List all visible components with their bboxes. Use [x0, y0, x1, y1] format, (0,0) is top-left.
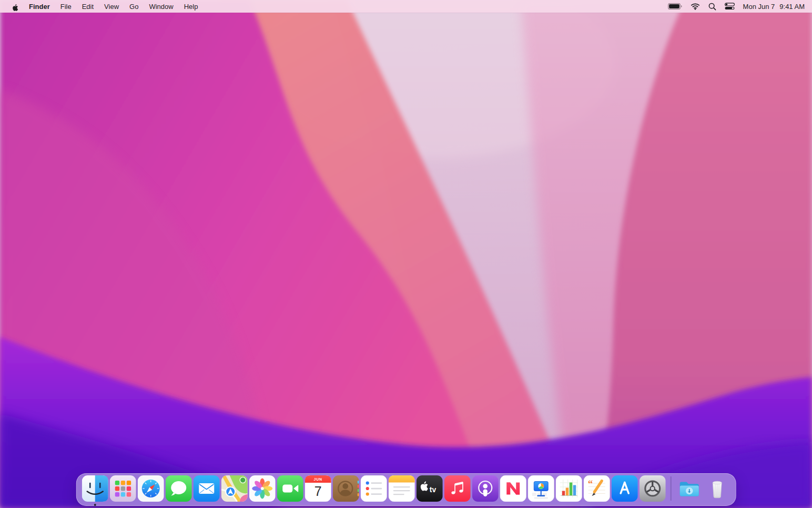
- menu-bar: Finder File Edit View Go Window Help: [0, 0, 812, 13]
- apple-menu[interactable]: [7, 2, 24, 11]
- trash-icon: [704, 475, 730, 502]
- dock-item-system-preferences[interactable]: [640, 475, 666, 502]
- reminders-icon: [361, 475, 387, 502]
- podcasts-icon: [472, 475, 499, 502]
- search-icon: [708, 3, 716, 11]
- dock-item-reminders[interactable]: [361, 475, 387, 502]
- facetime-icon: [277, 475, 303, 502]
- tv-label: tv: [430, 485, 437, 494]
- menu-edit[interactable]: Edit: [77, 3, 99, 11]
- menu-go[interactable]: Go: [124, 3, 144, 11]
- downloads-folder-icon: [676, 475, 702, 502]
- menu-bar-status: Mon Jun 7 9:41 AM: [668, 3, 805, 11]
- mail-icon: [194, 475, 220, 502]
- control-center-icon: [725, 3, 735, 10]
- svg-text:“: “: [588, 478, 593, 489]
- dock-item-tv[interactable]: tv: [417, 475, 443, 502]
- dock-item-news[interactable]: [500, 475, 526, 502]
- dock-item-music[interactable]: [444, 475, 471, 502]
- dock-item-facetime[interactable]: [277, 475, 303, 502]
- apple-logo-icon: [11, 2, 18, 11]
- system-preferences-icon: [640, 475, 666, 502]
- dock-item-safari[interactable]: [138, 475, 164, 502]
- dock: JUN 7: [76, 473, 736, 506]
- date-label: Mon Jun 7: [743, 3, 775, 11]
- dock-item-downloads[interactable]: [676, 475, 702, 502]
- safari-icon: [138, 475, 164, 502]
- time-label: 9:41 AM: [779, 3, 805, 11]
- menu-view[interactable]: View: [99, 3, 124, 11]
- menu-help[interactable]: Help: [179, 3, 204, 11]
- running-indicator: [94, 504, 96, 506]
- numbers-icon: [556, 475, 582, 502]
- pages-icon: “: [584, 475, 610, 502]
- messages-icon: [166, 475, 192, 502]
- wifi-status[interactable]: [691, 3, 700, 10]
- dock-item-podcasts[interactable]: [472, 475, 499, 502]
- dock-item-maps[interactable]: [221, 475, 248, 502]
- battery-status[interactable]: [668, 3, 682, 9]
- dock-item-pages[interactable]: “: [584, 475, 610, 502]
- maps-icon: [221, 475, 248, 502]
- dock-item-photos[interactable]: [249, 475, 276, 502]
- dock-item-notes[interactable]: [389, 475, 415, 502]
- notes-icon: [389, 475, 415, 502]
- dock-item-finder[interactable]: [82, 475, 108, 502]
- wifi-icon: [691, 3, 700, 10]
- dock-item-messages[interactable]: [166, 475, 192, 502]
- spotlight-search[interactable]: [708, 3, 716, 11]
- music-icon: [444, 475, 471, 502]
- control-center[interactable]: [725, 3, 735, 10]
- dock-item-trash[interactable]: [704, 475, 730, 502]
- dock-item-numbers[interactable]: [556, 475, 582, 502]
- wallpaper-monterey: [0, 0, 812, 508]
- keynote-icon: [528, 475, 554, 502]
- menu-file[interactable]: File: [55, 3, 77, 11]
- launchpad-icon: [110, 475, 136, 502]
- news-icon: [500, 475, 526, 502]
- menu-finder[interactable]: Finder: [24, 3, 55, 11]
- calendar-icon: JUN 7: [305, 475, 331, 502]
- dock-item-contacts[interactable]: [333, 475, 359, 502]
- dock-separator: [671, 476, 672, 501]
- menu-window[interactable]: Window: [144, 3, 178, 11]
- dock-item-mail[interactable]: [194, 475, 220, 502]
- app-store-icon: [612, 475, 638, 502]
- contacts-icon: [333, 475, 359, 502]
- calendar-day-label: 7: [314, 484, 322, 499]
- apple-tv-icon: tv: [417, 475, 443, 502]
- desktop: Finder File Edit View Go Window Help: [0, 0, 812, 508]
- battery-icon: [668, 3, 682, 9]
- menu-bar-left: Finder File Edit View Go Window Help: [7, 2, 203, 11]
- finder-icon: [82, 475, 108, 502]
- dock-item-launchpad[interactable]: [110, 475, 136, 502]
- photos-icon: [249, 475, 276, 502]
- dock-item-keynote[interactable]: [528, 475, 554, 502]
- calendar-month-label: JUN: [314, 477, 322, 481]
- menu-bar-clock[interactable]: Mon Jun 7 9:41 AM: [743, 3, 805, 11]
- dock-item-appstore[interactable]: [612, 475, 638, 502]
- dock-item-calendar[interactable]: JUN 7: [305, 475, 331, 502]
